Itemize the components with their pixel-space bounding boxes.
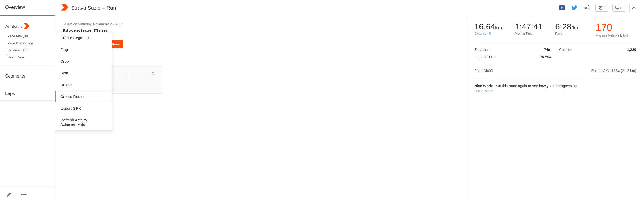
share-button[interactable] bbox=[583, 4, 591, 12]
shoes-label: Shoes: AKU 1234 (21.2 km) bbox=[591, 69, 636, 73]
activity-left-panel: 51 AM on Saturday, November 25, 2017 Mor… bbox=[55, 16, 466, 202]
nice-work-bold: Nice Work! bbox=[474, 84, 493, 88]
distance-label-link[interactable]: Distance (?) bbox=[474, 32, 491, 35]
kudos-count: 0 bbox=[604, 6, 605, 10]
activity-actions: Add a description Add Others bbox=[63, 40, 458, 48]
sidebar-sub-items: Pace Analysis Pace Distribution Relative… bbox=[0, 33, 55, 63]
collapse-button[interactable] bbox=[629, 4, 638, 12]
activity-right-panel: 16.64km Distance (?) 1:47:41 Moving Time… bbox=[466, 16, 644, 202]
nice-work-section: Nice Work! Run this route again to see h… bbox=[474, 83, 636, 93]
elapsed-time-label: Elapsed Time bbox=[474, 55, 496, 59]
moving-time-label: Moving Time bbox=[515, 32, 550, 35]
activity-meta: 51 AM on Saturday, November 25, 2017 bbox=[63, 22, 458, 26]
stat-relative-effort: 170 Massive Relative Effort bbox=[596, 22, 636, 37]
pace-value: 6:28/km bbox=[555, 22, 590, 31]
kudos-button[interactable]: 0 bbox=[595, 4, 608, 12]
sidebar-bottom: ••• bbox=[0, 187, 55, 202]
dropdown-item-split[interactable]: Split bbox=[55, 67, 112, 79]
strava-logo-icon bbox=[61, 4, 68, 12]
dropdown-menu: Create Segment Flag Crop Split Delete Cr… bbox=[55, 32, 112, 130]
svg-rect-9 bbox=[616, 6, 619, 9]
sidebar-item-relative-effort[interactable]: Relative Effort bbox=[0, 47, 55, 54]
comments-count: 0 bbox=[620, 6, 622, 10]
sidebar-laps-section: Laps bbox=[0, 83, 55, 101]
device-label: Polar M400 bbox=[474, 69, 493, 73]
dropdown-item-create-segment[interactable]: Create Segment bbox=[55, 32, 112, 44]
calories-label: Calories bbox=[559, 47, 572, 52]
chart-km-label: km bbox=[63, 56, 458, 63]
sidebar-analysis-label: Analysis bbox=[5, 24, 22, 29]
title-text: Strava Suzie – Run bbox=[71, 5, 116, 11]
sidebar-laps-label: Laps bbox=[0, 87, 55, 98]
twitter-button[interactable] bbox=[570, 4, 579, 12]
dropdown-item-delete[interactable]: Delete bbox=[55, 79, 112, 91]
svg-point-5 bbox=[588, 9, 589, 10]
learn-more-link[interactable]: Learn More bbox=[474, 89, 493, 93]
distance-label: Distance (?) bbox=[474, 32, 510, 35]
calories-row: Calories 1,220 bbox=[559, 47, 636, 52]
dropdown-item-refresh[interactable]: Refresh Activity Achievements bbox=[55, 114, 112, 130]
chart-area: km This Run bbox=[63, 56, 458, 98]
activity-body: 51 AM on Saturday, November 25, 2017 Mor… bbox=[55, 16, 644, 202]
svg-point-6 bbox=[585, 7, 586, 9]
stats-top: 16.64km Distance (?) 1:47:41 Moving Time… bbox=[474, 22, 636, 42]
dropdown-item-export-gpx[interactable]: Export GPX bbox=[55, 102, 112, 114]
main-content: Strava Suzie – Run f bbox=[55, 0, 644, 202]
svg-marker-1 bbox=[61, 4, 68, 11]
stat-moving-time: 1:47:41 Moving Time bbox=[515, 22, 555, 35]
strava-chevron-icon bbox=[24, 23, 30, 30]
sidebar-overview-label: Overview bbox=[5, 5, 25, 10]
sidebar: Overview Analysis Pace Analysis Pace Dis… bbox=[0, 0, 55, 202]
relative-effort-value: 170 bbox=[596, 22, 631, 33]
distance-value: 16.64km bbox=[474, 22, 510, 31]
sidebar-segments-section: Segments bbox=[0, 66, 55, 83]
svg-point-4 bbox=[588, 6, 589, 7]
top-bar: Strava Suzie – Run f bbox=[55, 0, 644, 16]
activity-title: Strava Suzie – Run bbox=[61, 4, 116, 12]
stat-distance: 16.64km Distance (?) bbox=[474, 22, 515, 35]
sidebar-segments-label: Segments bbox=[0, 69, 55, 81]
sidebar-overview[interactable]: Overview bbox=[0, 0, 55, 16]
moving-time-value: 1:47:41 bbox=[515, 22, 550, 31]
sidebar-item-heart-rate[interactable]: Heart Rate bbox=[0, 54, 55, 61]
elevation-value: 74m bbox=[544, 47, 551, 52]
chart-dot bbox=[152, 72, 154, 75]
top-bar-actions: f bbox=[558, 4, 638, 12]
sidebar-item-pace-distribution[interactable]: Pace Distribution bbox=[0, 40, 55, 47]
nice-work-body: Run this route again to see how you're p… bbox=[493, 84, 578, 88]
nice-work-text: Nice Work! Run this route again to see h… bbox=[474, 83, 636, 89]
elevation-row: Elevation 74m bbox=[474, 47, 551, 52]
dropdown-item-crop[interactable]: Crop bbox=[55, 55, 112, 67]
dropdown-item-flag[interactable]: Flag bbox=[55, 44, 112, 55]
edit-button[interactable] bbox=[5, 191, 13, 198]
stats-device: Polar M400 Shoes: AKU 1234 (21.2 km) bbox=[474, 69, 636, 78]
elapsed-time-row: Elapsed Time 1:57:04 bbox=[474, 55, 551, 59]
svg-marker-0 bbox=[24, 23, 30, 29]
calories-value: 1,220 bbox=[627, 47, 636, 52]
svg-line-7 bbox=[586, 7, 588, 7]
svg-line-8 bbox=[586, 8, 588, 9]
activity-name: Morning Run bbox=[63, 28, 458, 36]
facebook-button[interactable]: f bbox=[558, 4, 566, 12]
elapsed-time-value: 1:57:04 bbox=[539, 55, 551, 59]
sidebar-item-pace-analysis[interactable]: Pace Analysis bbox=[0, 33, 55, 40]
elevation-label: Elevation bbox=[474, 47, 489, 52]
comments-button[interactable]: 0 bbox=[612, 4, 625, 12]
more-options-button[interactable]: ••• bbox=[20, 191, 28, 198]
dropdown-item-create-route[interactable]: Create Route bbox=[55, 91, 112, 102]
sidebar-analysis-section: Analysis Pace Analysis Pace Distribution… bbox=[0, 16, 55, 66]
svg-text:f: f bbox=[561, 6, 563, 10]
pace-label: Pace bbox=[555, 32, 590, 35]
stats-middle: Elevation 74m Calories 1,220 Elapsed Tim… bbox=[474, 47, 636, 64]
stat-pace: 6:28/km Pace bbox=[555, 22, 596, 35]
sidebar-analysis-header: Analysis bbox=[0, 19, 55, 33]
relative-effort-label: Massive Relative Effort bbox=[596, 34, 631, 37]
